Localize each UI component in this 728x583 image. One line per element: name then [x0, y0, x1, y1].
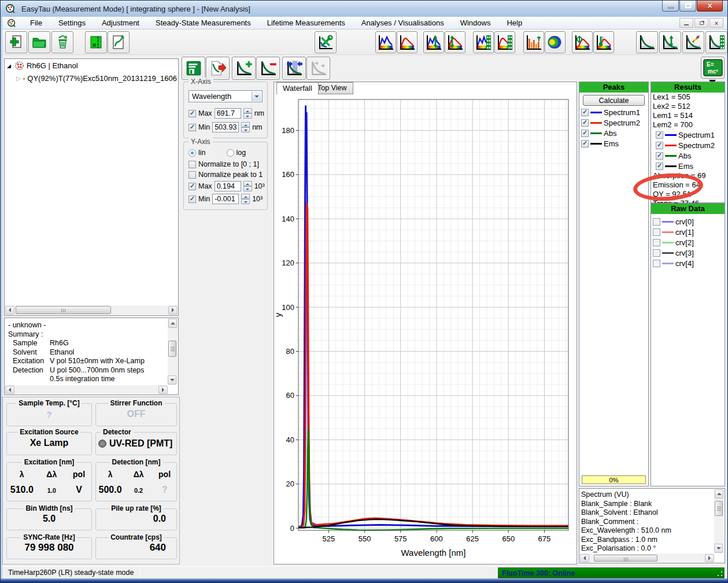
x-max-input[interactable]	[215, 108, 241, 119]
scroll-left-button[interactable]	[5, 386, 14, 394]
abs-checkbox[interactable]	[581, 130, 589, 137]
spectrum1-label: Spectrum1	[604, 108, 640, 117]
excitation-emission-map-button[interactable]	[545, 31, 566, 53]
info-hscrollbar[interactable]	[580, 554, 714, 562]
menu-settings[interactable]: Settings	[50, 17, 94, 28]
tree-hscrollbar[interactable]	[5, 305, 178, 315]
expanded-icon[interactable]: ◢	[6, 63, 12, 69]
script-editor-button[interactable]	[108, 31, 130, 53]
mdi-minimize-button[interactable]	[679, 18, 693, 28]
abs-checkbox[interactable]	[656, 152, 663, 160]
normalize-peak-checkbox[interactable]	[189, 171, 196, 179]
menu-help[interactable]: Help	[498, 17, 530, 28]
setup-tools-button[interactable]	[315, 31, 337, 53]
calculate-button[interactable]: Calculate	[583, 95, 645, 106]
menu-analyses[interactable]: Analyses / Visualisations	[353, 17, 452, 28]
menu-lifetime[interactable]: Lifetime Measurements	[259, 17, 353, 28]
resize-grip-icon[interactable]	[717, 571, 723, 577]
scroll-right-button[interactable]	[168, 306, 178, 315]
mdi-close-button[interactable]: ×	[709, 18, 723, 28]
lin-radio[interactable]	[189, 149, 196, 157]
crv2-checkbox[interactable]	[653, 239, 660, 246]
normalize-01-checkbox[interactable]	[189, 161, 196, 168]
scroll-left-button[interactable]	[5, 306, 14, 315]
scrollbar-thumb[interactable]	[168, 341, 176, 357]
new-analysis-button[interactable]	[5, 31, 27, 53]
spectrum-plot[interactable]: 5255505756006256506750204060801001201401…	[274, 95, 577, 564]
time-trace-button[interactable]	[523, 31, 544, 53]
decay-anisotropy-button[interactable]	[659, 31, 681, 53]
delete-button[interactable]	[51, 31, 73, 53]
y-min-stepper[interactable]	[241, 194, 250, 204]
excitation-spectrum-button[interactable]	[375, 31, 396, 53]
summary-hscrollbar[interactable]	[5, 385, 168, 394]
crv4-checkbox[interactable]	[653, 260, 660, 267]
scrollbar-thumb[interactable]	[594, 555, 657, 562]
tree-child-item[interactable]: ▷ QY(92%)T(77%)Exc510nm_20131219_1606	[5, 72, 178, 84]
scroll-down-button[interactable]	[168, 375, 176, 385]
tres-button[interactable]	[682, 31, 704, 53]
scroll-right-button[interactable]	[158, 386, 168, 394]
range-zoom-button[interactable]	[282, 57, 306, 80]
menu-adjustment[interactable]: Adjustment	[94, 17, 147, 28]
tab-waterfall[interactable]: Waterfall	[276, 82, 319, 95]
x-max-checkbox[interactable]	[189, 110, 196, 117]
info-vscrollbar[interactable]	[714, 489, 724, 553]
collapsed-icon[interactable]: ▷	[16, 75, 21, 82]
scroll-right-button[interactable]	[705, 554, 714, 562]
spectrum1-checkbox[interactable]	[656, 131, 663, 139]
spectrum1-checkbox[interactable]	[581, 109, 589, 116]
close-button[interactable]: ×	[697, 1, 723, 12]
scroll-up-button[interactable]	[715, 489, 723, 499]
crv3-checkbox[interactable]	[653, 249, 660, 257]
scrollbar-thumb[interactable]	[16, 306, 111, 314]
minimize-button[interactable]	[662, 1, 679, 12]
log-radio[interactable]	[227, 149, 234, 157]
scroll-down-button[interactable]	[714, 544, 723, 553]
formula-button[interactable]: E= mc²	[701, 57, 725, 79]
y-min-input[interactable]	[212, 194, 239, 204]
spectrum2-checkbox[interactable]	[656, 142, 663, 149]
film-save-button[interactable]	[85, 31, 107, 53]
menu-windows[interactable]: Windows	[452, 17, 499, 28]
y-min-checkbox[interactable]	[189, 195, 196, 203]
emission-spectrum-button[interactable]	[397, 31, 417, 53]
restore-button[interactable]	[679, 1, 696, 12]
ems-checkbox[interactable]	[656, 163, 663, 170]
temperature-series-button[interactable]	[593, 31, 614, 53]
quantum-yield-button[interactable]	[572, 31, 593, 53]
remove-curve-button[interactable]	[256, 57, 280, 80]
add-curve-button[interactable]	[232, 57, 256, 80]
x-max-stepper[interactable]	[243, 108, 252, 119]
emission-series-button[interactable]	[494, 31, 515, 53]
save-analysis-button[interactable]	[182, 57, 205, 80]
spectrum2-checkbox[interactable]	[581, 119, 589, 127]
scroll-up-button[interactable]	[168, 319, 177, 328]
y-max-checkbox[interactable]	[189, 183, 196, 190]
summary-vscrollbar[interactable]	[168, 319, 178, 385]
mdi-restore-button[interactable]	[694, 18, 708, 28]
menu-steady-state[interactable]: Steady-State Measurements	[147, 17, 259, 28]
decay-series-button[interactable]	[705, 31, 727, 53]
scroll-left-button[interactable]	[580, 554, 589, 562]
chevron-down-icon[interactable]	[252, 91, 261, 101]
open-button[interactable]	[28, 31, 50, 53]
svg-text:y: y	[274, 312, 283, 317]
y-max-input[interactable]	[215, 181, 241, 191]
y-max-stepper[interactable]	[243, 181, 252, 191]
emission-anisotropy-button[interactable]	[445, 31, 465, 53]
export-curve-button[interactable]	[206, 57, 230, 80]
x-min-input[interactable]	[212, 122, 239, 132]
decay-button[interactable]	[636, 31, 658, 53]
excitation-series-button[interactable]	[473, 31, 494, 53]
crv0-checkbox[interactable]	[653, 218, 660, 226]
x-min-stepper[interactable]	[241, 122, 250, 132]
ems-checkbox[interactable]	[581, 140, 589, 147]
scrollbar-thumb[interactable]	[715, 501, 723, 516]
x-min-checkbox[interactable]	[189, 124, 196, 131]
x-axis-quantity-select[interactable]: Wavelength	[189, 90, 263, 102]
tree-root-item[interactable]: ◢ Rh6G | Ethanol	[5, 59, 178, 72]
excitation-anisotropy-button[interactable]	[423, 31, 444, 53]
crv1-checkbox[interactable]	[653, 228, 660, 236]
menu-file[interactable]: File	[22, 17, 50, 28]
